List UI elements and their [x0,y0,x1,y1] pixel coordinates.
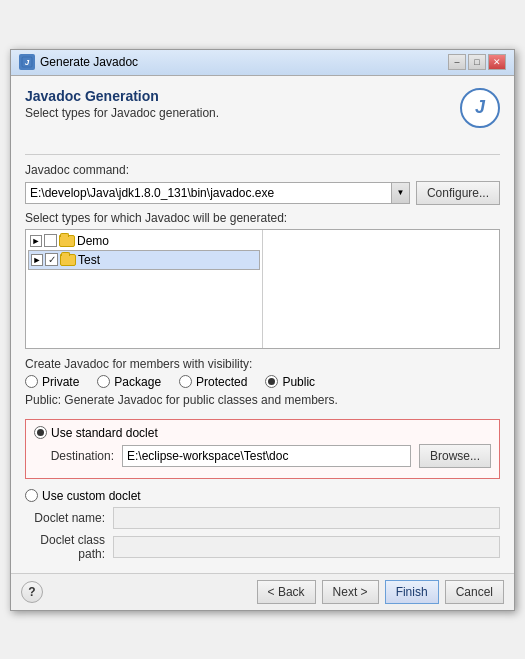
checkbox-test[interactable]: ✓ [45,253,58,266]
custom-doclet-radio-row: Use custom doclet [25,489,500,503]
header-text: Javadoc Generation Select types for Java… [25,88,219,120]
dialog-title: Generate Javadoc [40,55,138,69]
doclet-name-row: Doclet name: [25,507,500,529]
javadoc-command-row: E:\develop\Java\jdk1.8.0_131\bin\javadoc… [25,181,500,205]
doclet-class-label: Doclet class path: [25,533,105,561]
dialog-subheading: Select types for Javadoc generation. [25,106,219,120]
tree-left-panel[interactable]: ► Demo ► ✓ Test [26,230,263,348]
javadoc-command-combo[interactable]: E:\develop\Java\jdk1.8.0_131\bin\javadoc… [25,182,410,204]
tree-panel: ► Demo ► ✓ Test [25,229,500,349]
checkbox-demo[interactable] [44,234,57,247]
javadoc-command-value: E:\develop\Java\jdk1.8.0_131\bin\javadoc… [26,186,391,200]
visibility-section: Create Javadoc for members with visibili… [25,357,500,413]
title-bar-controls: – □ ✕ [448,54,506,70]
next-button[interactable]: Next > [322,580,379,604]
doclet-name-input [113,507,500,529]
standard-doclet-section: Use standard doclet Destination: Browse.… [25,419,500,479]
radio-label-public: Public [282,375,315,389]
custom-doclet-section: Use custom doclet Doclet name: Doclet cl… [25,485,500,565]
visibility-radio-row: Private Package Protected Public [25,375,500,389]
combo-arrow-icon[interactable]: ▼ [391,182,409,204]
doclet-class-row: Doclet class path: [25,533,500,561]
radio-protected[interactable]: Protected [179,375,247,389]
javadoc-command-label: Javadoc command: [25,163,500,177]
destination-row: Destination: Browse... [34,444,491,468]
back-button[interactable]: < Back [257,580,316,604]
custom-doclet-label: Use custom doclet [42,489,141,503]
radio-label-protected: Protected [196,375,247,389]
destination-label: Destination: [34,449,114,463]
generate-javadoc-dialog: J Generate Javadoc – □ ✕ Javadoc Generat… [10,49,515,611]
minimize-button[interactable]: – [448,54,466,70]
header-section: Javadoc Generation Select types for Java… [25,88,500,136]
tree-label: Select types for which Javadoc will be g… [25,211,500,225]
title-bar-left: J Generate Javadoc [19,54,138,70]
radio-circle-public[interactable] [265,375,278,388]
svg-text:J: J [25,58,30,67]
dialog-heading: Javadoc Generation [25,88,219,104]
header-icon: J [452,88,500,136]
dialog-icon: J [19,54,35,70]
help-button[interactable]: ? [21,581,43,603]
radio-circle-package[interactable] [97,375,110,388]
dialog-body: Javadoc Generation Select types for Java… [11,76,514,573]
cancel-button[interactable]: Cancel [445,580,504,604]
folder-icon-test [60,254,76,266]
standard-doclet-radio-row: Use standard doclet [34,426,491,440]
configure-button[interactable]: Configure... [416,181,500,205]
maximize-button[interactable]: □ [468,54,486,70]
javadoc-logo: J [460,88,500,128]
doclet-name-label: Doclet name: [25,511,105,525]
standard-doclet-label: Use standard doclet [51,426,158,440]
radio-package[interactable]: Package [97,375,161,389]
footer-left: ? [21,581,43,603]
dialog-footer: ? < Back Next > Finish Cancel [11,573,514,610]
destination-input[interactable] [122,445,411,467]
folder-icon-demo [59,235,75,247]
radio-custom-doclet[interactable] [25,489,38,502]
doclet-class-input [113,536,500,558]
tree-toggle-test[interactable]: ► [31,254,43,266]
title-bar: J Generate Javadoc – □ ✕ [11,50,514,76]
radio-label-package: Package [114,375,161,389]
tree-item-demo[interactable]: ► Demo [28,232,260,250]
radio-label-private: Private [42,375,79,389]
tree-label-demo: Demo [77,234,109,248]
browse-button[interactable]: Browse... [419,444,491,468]
visibility-label: Create Javadoc for members with visibili… [25,357,500,371]
finish-button[interactable]: Finish [385,580,439,604]
radio-circle-protected[interactable] [179,375,192,388]
tree-toggle-demo[interactable]: ► [30,235,42,247]
radio-private[interactable]: Private [25,375,79,389]
tree-label-test: Test [78,253,100,267]
footer-right: < Back Next > Finish Cancel [257,580,504,604]
radio-standard-doclet[interactable] [34,426,47,439]
tree-right-panel [263,230,500,348]
tree-item-test[interactable]: ► ✓ Test [28,250,260,270]
radio-public[interactable]: Public [265,375,315,389]
visibility-description: Public: Generate Javadoc for public clas… [25,393,500,407]
radio-circle-private[interactable] [25,375,38,388]
close-button[interactable]: ✕ [488,54,506,70]
